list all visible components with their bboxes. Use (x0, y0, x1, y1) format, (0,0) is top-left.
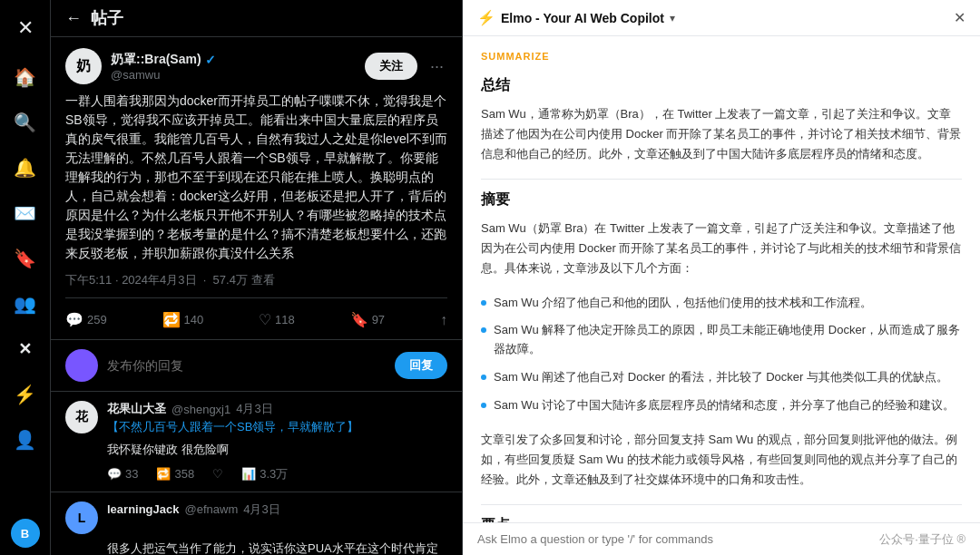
summary-title: 总结 (481, 76, 962, 95)
comment-actions-1: 💬 33 🔁 358 ♡ 📊 3.3万 (107, 466, 447, 482)
comment-like-1[interactable]: ♡ (212, 466, 223, 482)
bullet-item-0: Sam Wu 介绍了他自己和他的团队，包括他们使用的技术栈和工作流程。 (481, 294, 962, 313)
reply-avatar (65, 349, 98, 382)
sidebar-profile-icon[interactable]: 👤 (5, 419, 46, 461)
elmo-body[interactable]: SUMMARIZE 总结 Sam Wu，通常称为奶罩（Bra），在 Twitte… (463, 36, 980, 522)
abstract-text: Sam Wu（奶罩 Bra）在 Twitter 上发表了一篇文章，引起了广泛关注… (481, 219, 962, 278)
reply-icon: 💬 (65, 311, 83, 328)
elmo-footer (463, 522, 980, 555)
comment-retweet-1[interactable]: 🔁 358 (156, 466, 194, 482)
comment-quote-1: 【不然几百号人跟着一个SB领导，早就解散了】 (107, 419, 358, 435)
comment-handle-1: @shengxj1 (172, 403, 230, 416)
bullet-item-3: Sam Wu 讨论了中国大陆许多底层程序员的情绪和态度，并分享了他自己的经验和建… (481, 396, 962, 415)
back-button[interactable]: ← (65, 9, 82, 28)
abstract-bullets: Sam Wu 介绍了他自己和他的团队，包括他们使用的技术栈和工作流程。 Sam … (481, 294, 962, 415)
share-icon: ↑ (440, 312, 447, 328)
main-content: ← 帖子 奶 奶罩::Bra(Sam) ✓ @samwu 关注 ··· (51, 0, 462, 555)
verified-icon: ✓ (205, 53, 216, 67)
bullet-dot-1 (481, 327, 486, 333)
summary-text: Sam Wu，通常称为奶罩（Bra），在 Twitter 上发表了一篇文章，引起… (481, 104, 962, 164)
bullet-item-1: Sam Wu 解释了他决定开除员工的原因，即员工未能正确地使用 Docker，从… (481, 321, 962, 359)
elmo-title-row: ⚡ Elmo - Your AI Web Copilot ▾ (477, 9, 675, 26)
comment-header-1: 花 花果山大圣 @shengxj1 4月3日 【不然几百号人跟着一个SB领导，早… (65, 401, 447, 435)
page-title: 帖子 (91, 7, 123, 29)
sidebar-x-icon[interactable]: ✕ (5, 328, 46, 370)
twitter-logo-icon[interactable]: ✕ (5, 7, 46, 49)
like-icon-1: ♡ (212, 467, 223, 481)
views-icon-1: 📊 (241, 467, 256, 481)
reply-icon-1: 💬 (107, 467, 122, 481)
comment-handle-2: @efnawm (185, 502, 239, 516)
comment-header-2: L learningJack @efnawm 4月3日 (65, 501, 447, 534)
author-info: 奶罩::Bra(Sam) ✓ @samwu (111, 52, 356, 82)
bookmark-action[interactable]: 🔖 97 (350, 311, 385, 328)
elmo-close-button[interactable]: ✕ (954, 9, 965, 26)
retweet-icon: 🔁 (162, 311, 181, 328)
summarize-label: SUMMARIZE (481, 51, 962, 62)
tweet-meta: 下午5:11 · 2024年4月3日 · 57.4万 查看 (65, 272, 447, 298)
author-handle: @samwu (111, 68, 356, 82)
comment-date-2: 4月3日 (243, 501, 279, 518)
comment-name-2: learningJack (107, 502, 180, 516)
elmo-header: ⚡ Elmo - Your AI Web Copilot ▾ ✕ (463, 0, 980, 36)
elmo-dropdown-icon[interactable]: ▾ (670, 12, 675, 24)
comment-meta-1: 花果山大圣 @shengxj1 4月3日 (107, 401, 358, 417)
main-tweet-avatar: 奶 (65, 48, 102, 84)
like-action[interactable]: ♡ 118 (259, 311, 295, 328)
tweet-actions: 💬 259 🔁 140 ♡ 118 🔖 97 (65, 307, 447, 328)
sidebar-messages-icon[interactable]: ✉️ (5, 192, 46, 234)
reply-action[interactable]: 💬 259 (65, 311, 107, 328)
abstract-footer: 文章引发了众多回复和讨论，部分回复支持 Sam Wu 的观点，部分回复则批评他的… (481, 430, 962, 490)
comment-avatar-2: L (65, 501, 98, 534)
follow-button[interactable]: 关注 (365, 53, 417, 80)
tweet-author-row: 奶 奶罩::Bra(Sam) ✓ @samwu 关注 ··· (65, 48, 447, 84)
sidebar-more-icon[interactable]: ⚡ (5, 374, 46, 415)
elmo-title: Elmo - Your AI Web Copilot (501, 11, 664, 25)
elmo-icon: ⚡ (477, 9, 495, 26)
sidebar-notifications-icon[interactable]: 🔔 (5, 147, 46, 189)
comment-meta-2: learningJack @efnawm 4月3日 (107, 501, 280, 518)
tweets-container[interactable]: 奶 奶罩::Bra(Sam) ✓ @samwu 关注 ··· 一群人围着我那因为… (51, 37, 462, 555)
comment-tweet-1: 花 花果山大圣 @shengxj1 4月3日 【不然几百号人跟着一个SB领导，早… (51, 392, 462, 492)
comment-text-2: 很多人把运气当作了能力，说实话你这PUA水平在这个时代肯定会被喷的，而且你大专学… (107, 540, 447, 556)
comment-text-1: 我怀疑你键政 很危险啊 (107, 441, 447, 459)
comment-tweet-2: L learningJack @efnawm 4月3日 很多人把运气当作了能力，… (51, 492, 462, 556)
sidebar-lists-icon[interactable]: 👥 (5, 283, 46, 325)
reply-box: 回复 (51, 340, 462, 392)
twitter-panel: ✕ 🏠 🔍 🔔 ✉️ 🔖 👥 ✕ ⚡ 👤 B ← 帖子 奶 奶罩::Bra(Sa… (0, 0, 463, 555)
retweet-icon-1: 🔁 (156, 467, 171, 481)
abstract-title: 摘要 (481, 190, 962, 209)
page-header: ← 帖子 (51, 0, 462, 37)
sidebar-bookmarks-icon[interactable]: 🔖 (5, 238, 46, 279)
divider-2 (481, 504, 962, 505)
bookmark-icon: 🔖 (350, 311, 368, 328)
retweet-action[interactable]: 🔁 140 (162, 311, 204, 328)
bullet-dot-2 (481, 375, 486, 380)
main-tweet-text: 一群人围着我那因为docker而开掉员工的帖子喋喋不休，觉得我是个SB领导，觉得… (65, 92, 447, 263)
main-tweet: 奶 奶罩::Bra(Sam) ✓ @samwu 关注 ··· 一群人围着我那因为… (51, 37, 462, 340)
divider-1 (481, 179, 962, 180)
user-avatar[interactable]: B (11, 519, 40, 548)
author-name: 奶罩::Bra(Sam) ✓ (111, 52, 356, 68)
reply-button[interactable]: 回复 (395, 352, 447, 379)
sidebar-home-icon[interactable]: 🏠 (5, 56, 46, 98)
elmo-input[interactable] (477, 532, 965, 546)
bullet-dot-0 (481, 300, 486, 306)
comment-views-1: 📊 3.3万 (241, 466, 288, 482)
reply-input[interactable] (107, 358, 386, 373)
comment-date-1: 4月3日 (236, 401, 272, 417)
share-action[interactable]: ↑ (440, 311, 447, 328)
bullet-dot-3 (481, 403, 486, 408)
sidebar-search-icon[interactable]: 🔍 (5, 102, 46, 143)
like-icon: ♡ (259, 311, 271, 328)
comment-name-1: 花果山大圣 (107, 401, 166, 417)
comment-reply-1[interactable]: 💬 33 (107, 466, 138, 482)
elmo-panel: ⚡ Elmo - Your AI Web Copilot ▾ ✕ SUMMARI… (463, 0, 980, 555)
more-button[interactable]: ··· (426, 54, 447, 80)
bullet-item-2: Sam Wu 阐述了他自己对 Docker 的看法，并比较了 Docker 与其… (481, 368, 962, 387)
sidebar: ✕ 🏠 🔍 🔔 ✉️ 🔖 👥 ✕ ⚡ 👤 B (0, 0, 51, 555)
comment-avatar-1: 花 (65, 401, 98, 433)
keypoints-title: 要点 (481, 516, 962, 522)
